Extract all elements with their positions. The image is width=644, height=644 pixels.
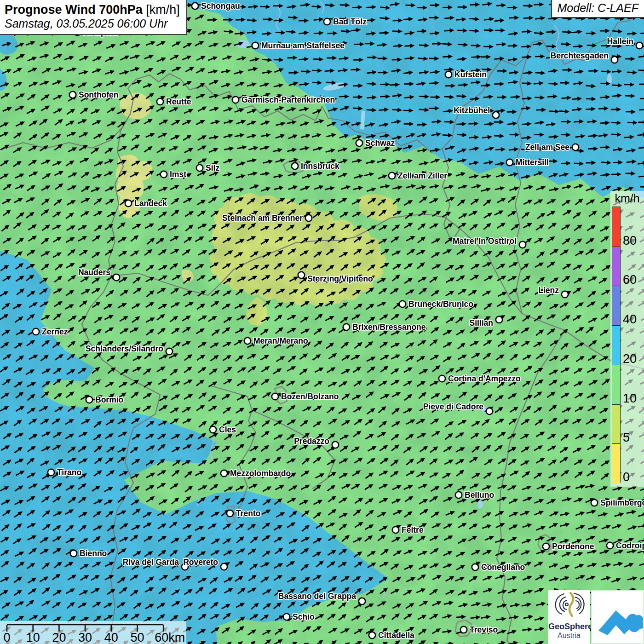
- legend-tick-label: 60: [623, 274, 637, 286]
- legend-tick-label: 40: [623, 313, 637, 326]
- legend-unit-label: km/h: [610, 192, 644, 205]
- city-label: Feltre: [402, 525, 424, 535]
- city-label: Treviso: [470, 625, 498, 634]
- city-marker: [232, 97, 239, 103]
- city-label: Bienno: [80, 549, 107, 558]
- city-marker: [591, 500, 598, 506]
- city-label: Zell am See: [525, 143, 570, 152]
- city-marker: [369, 632, 375, 638]
- title-box: Prognose Wind 700hPa [km/h] Samstag, 03.…: [0, 0, 187, 35]
- city-label: Imst: [170, 170, 186, 179]
- city-marker: [460, 627, 467, 633]
- scalebar-label: 0: [3, 631, 10, 644]
- city-label: Codroipo: [616, 541, 644, 550]
- city-marker: [543, 543, 549, 550]
- city-label: Cittadella: [378, 631, 414, 640]
- scalebar-label: 60km: [155, 631, 185, 644]
- city-marker: [157, 98, 163, 105]
- city-marker: [392, 527, 399, 533]
- city-label: Schongau: [201, 1, 240, 11]
- city-label: Murnau am Staffelsee: [261, 41, 345, 50]
- partner-logo: [591, 590, 644, 644]
- weather-map-canvas: SchongauBad TölzKemptenMurnau am Staffel…: [0, 0, 644, 644]
- city-marker: [192, 3, 198, 9]
- city-marker: [292, 163, 298, 169]
- city-marker: [33, 328, 39, 335]
- city-label: Schio: [293, 612, 315, 621]
- city-marker: [272, 393, 278, 400]
- geosphere-country: Austria: [548, 632, 590, 640]
- city-marker: [298, 272, 305, 278]
- model-label: Modell: C-LAEF: [551, 0, 644, 18]
- city-marker: [607, 542, 613, 549]
- city-label: Sonthofen: [79, 90, 119, 99]
- city-label: Hallein: [607, 37, 633, 46]
- city-label: Zell am Ziller: [398, 171, 447, 180]
- city-label: Reutte: [166, 97, 191, 106]
- legend-segment: [612, 443, 620, 483]
- scalebar-label: 20: [52, 631, 66, 644]
- city-label: Trento: [236, 509, 260, 518]
- city-marker: [69, 92, 76, 98]
- legend-color-bar: [612, 207, 621, 483]
- city-label: Mittersill: [516, 158, 549, 167]
- city-marker: [210, 426, 216, 433]
- city-marker: [359, 598, 365, 604]
- scalebar-panel: 0102030405060km: [0, 621, 186, 644]
- city-marker: [221, 564, 227, 570]
- city-marker: [221, 470, 227, 477]
- city-label: Kufstein: [454, 70, 487, 79]
- city-marker: [227, 510, 233, 517]
- scalebar-label: 40: [104, 631, 118, 644]
- city-marker: [161, 171, 167, 178]
- city-label: Sterzing/Vipiteno: [307, 274, 373, 283]
- legend-tick-label: 0: [623, 471, 630, 483]
- city-label: Garmisch-Partenkirchen: [242, 95, 335, 104]
- scalebar-label: 50: [130, 631, 144, 644]
- city-marker: [519, 242, 526, 248]
- city-marker: [472, 564, 478, 570]
- city-marker: [332, 442, 339, 448]
- city-marker: [493, 112, 499, 118]
- city-marker: [113, 274, 120, 281]
- city-label: Riva del Garda: [122, 558, 179, 567]
- legend-panel: km/h 806040201050: [610, 191, 644, 487]
- city-label: Kitzbühel: [454, 106, 490, 115]
- mountain-cloud-icon: [592, 591, 643, 643]
- map-title: Prognose Wind 700hPa [km/h]: [5, 3, 180, 17]
- city-marker: [70, 550, 77, 557]
- city-marker: [125, 200, 132, 207]
- city-marker: [166, 348, 172, 355]
- legend-tick-label: 80: [623, 235, 637, 247]
- city-label: Bad Tölz: [333, 17, 367, 26]
- city-marker: [389, 172, 395, 179]
- legend-segment: [612, 325, 620, 365]
- city-label: Bassano del Grappa: [278, 592, 356, 601]
- city-label: Bruneck/Brunico: [408, 299, 473, 309]
- city-marker: [283, 614, 290, 620]
- city-label: Nauders: [78, 268, 110, 277]
- city-marker: [496, 316, 502, 323]
- city-marker: [399, 301, 406, 307]
- city-label: Conegliano: [481, 563, 525, 572]
- legend-tick-label: 20: [623, 353, 637, 365]
- city-label: Sillian: [469, 318, 493, 328]
- city-marker: [324, 18, 330, 25]
- legend-segment: [612, 365, 620, 404]
- city-label: Schlanders/Silandro: [86, 344, 163, 353]
- city-marker: [636, 42, 643, 49]
- city-label: Lienz: [538, 286, 559, 295]
- city-marker: [343, 324, 350, 330]
- geosphere-logo: GeoSphere Austria: [548, 590, 590, 644]
- geosphere-wordmark: GeoSphere: [548, 622, 590, 632]
- legend-segment: [612, 286, 620, 325]
- city-label: Belluno: [465, 490, 494, 500]
- city-label: Bozen/Bolzano: [281, 392, 339, 401]
- city-label: Meran/Merano: [253, 336, 308, 345]
- city-label: Silz: [206, 163, 219, 172]
- city-marker: [86, 397, 92, 403]
- city-marker: [445, 71, 452, 78]
- city-marker: [48, 469, 54, 476]
- city-marker: [305, 215, 312, 221]
- legend-segment: [612, 207, 620, 247]
